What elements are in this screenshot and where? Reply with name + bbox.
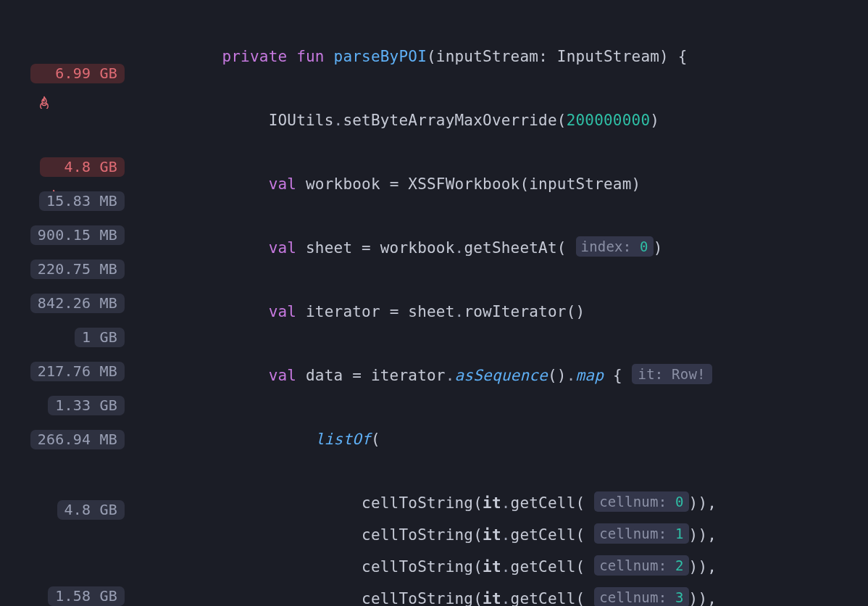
code-line: val sheet = workbook.getSheetAt( index: … xyxy=(129,232,868,264)
code-line: cellToString(it.getCell( cellnum: 0)), xyxy=(129,487,868,519)
memory-value: 6.99 GB xyxy=(55,66,117,80)
code-editor[interactable]: private fun parseByPOI(inputStream: Inpu… xyxy=(129,0,868,606)
hint-value: 0 xyxy=(640,238,648,254)
function-name: parseByPOI xyxy=(334,48,427,65)
function-call: cellToString xyxy=(362,558,473,576)
identifier: iterator xyxy=(306,303,380,320)
code-line: private fun parseByPOI(inputStream: Inpu… xyxy=(129,41,868,72)
identifier: data xyxy=(306,367,343,384)
code-line: cellToString(it.getCell( cellnum: 1)), xyxy=(129,519,868,551)
memory-pill[interactable]: 266.94 MB xyxy=(30,430,125,449)
function-call: cellToString xyxy=(362,526,473,544)
parameter-hint: cellnum: 2 xyxy=(594,555,688,576)
memory-pill[interactable]: 220.75 MB xyxy=(30,260,125,279)
code-line: val workbook = XSSFWorkbook(inputStream) xyxy=(129,168,868,200)
type: InputStream xyxy=(557,48,659,65)
memory-pill[interactable]: 15.83 MB xyxy=(39,191,125,211)
hint-label: index: xyxy=(581,238,632,254)
extension-fn: map xyxy=(576,367,604,384)
method: getCell xyxy=(511,590,576,606)
method: getSheetAt xyxy=(464,239,556,257)
keyword: val xyxy=(269,239,297,257)
function-call: cellToString xyxy=(362,494,473,512)
memory-pill[interactable]: 217.76 MB xyxy=(30,362,125,381)
implicit-it: it xyxy=(483,526,501,544)
method: setByteArrayMaxOverride xyxy=(343,112,556,129)
memory-gutter: 6.99 GB 4.8 GB 15.83 MB 900.15 MB 220.75… xyxy=(0,0,129,606)
code-line: cellToString(it.getCell( cellnum: 2)), xyxy=(129,551,868,583)
keyword: val xyxy=(269,367,297,384)
implicit-it: it xyxy=(483,590,501,606)
memory-pill[interactable]: 4.8 GB xyxy=(57,500,125,520)
code-line: listOf( xyxy=(129,423,868,455)
app-root: 6.99 GB 4.8 GB 15.83 MB 900.15 MB 220.75… xyxy=(0,0,868,606)
constructor: XSSFWorkbook xyxy=(408,175,519,193)
number-literal: 200000000 xyxy=(567,112,651,129)
memory-pill[interactable]: 1.58 GB xyxy=(48,586,125,606)
keyword: val xyxy=(269,175,297,193)
method: getCell xyxy=(511,494,576,512)
identifier: inputStream xyxy=(529,175,631,193)
memory-pill-hot[interactable]: 6.99 GB xyxy=(30,64,125,83)
memory-pill-hot[interactable]: 4.8 GB xyxy=(40,157,125,177)
memory-value: 4.8 GB xyxy=(64,159,117,174)
code-line: IOUtils.setByteArrayMaxOverride(20000000… xyxy=(129,104,868,136)
method: rowIterator xyxy=(464,303,566,320)
method: getCell xyxy=(511,526,576,544)
code-line: cellToString(it.getCell( cellnum: 3)), xyxy=(129,583,868,606)
fire-icon xyxy=(38,67,51,80)
lambda-hint: it: Row! xyxy=(632,364,712,384)
function-call: cellToString xyxy=(362,590,473,606)
method: getCell xyxy=(511,558,576,576)
implicit-it: it xyxy=(483,494,501,512)
memory-pill[interactable]: 842.26 MB xyxy=(30,294,125,313)
parameter-hint: index: 0 xyxy=(576,236,654,257)
extension-fn: asSequence xyxy=(455,367,548,384)
implicit-it: it xyxy=(483,558,501,576)
identifier: sheet xyxy=(306,239,352,257)
keyword: private xyxy=(222,48,287,65)
identifier: iterator xyxy=(371,367,446,384)
code-line: val data = iterator.asSequence().map { i… xyxy=(129,360,868,391)
fire-icon xyxy=(47,160,60,173)
object: IOUtils xyxy=(269,112,334,129)
memory-pill[interactable]: 1.33 GB xyxy=(48,396,125,415)
param: inputStream xyxy=(436,48,538,65)
keyword: val xyxy=(269,303,297,320)
identifier: workbook xyxy=(380,239,455,257)
identifier: sheet xyxy=(408,303,454,320)
parameter-hint: cellnum: 3 xyxy=(594,587,688,606)
parameter-hint: cellnum: 0 xyxy=(594,491,688,512)
identifier: workbook xyxy=(306,175,380,193)
code-line: val iterator = sheet.rowIterator() xyxy=(129,296,868,328)
memory-pill[interactable]: 1 GB xyxy=(75,328,125,347)
keyword: fun xyxy=(296,48,325,65)
parameter-hint: cellnum: 1 xyxy=(594,523,688,544)
builder-fn: listOf xyxy=(315,431,371,448)
memory-pill[interactable]: 900.15 MB xyxy=(30,225,125,245)
